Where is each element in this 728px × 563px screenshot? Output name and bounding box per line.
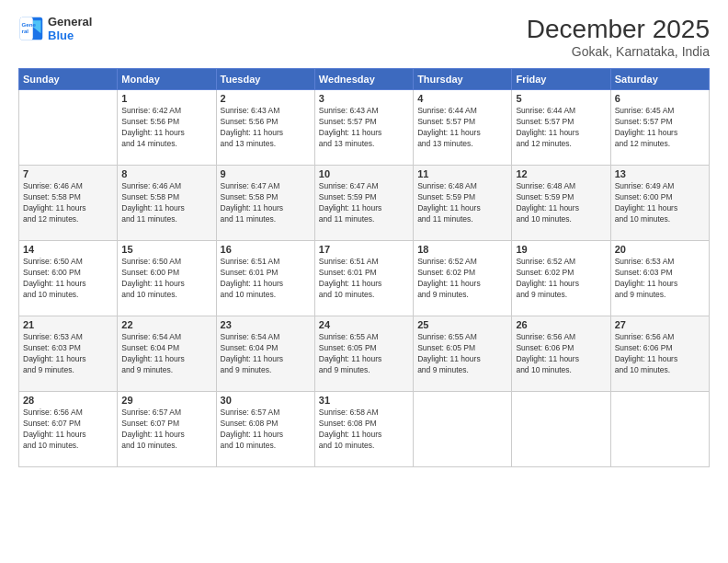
day-number: 10 [319, 168, 409, 179]
col-header-tuesday: Tuesday [216, 69, 314, 90]
day-number: 7 [23, 168, 113, 179]
logo-icon: Gene ral [18, 16, 44, 41]
calendar-cell: 20Sunrise: 6:53 AM Sunset: 6:03 PM Dayli… [610, 241, 709, 316]
svg-text:ral: ral [22, 28, 29, 34]
day-number: 12 [516, 168, 606, 179]
calendar-cell: 18Sunrise: 6:52 AM Sunset: 6:02 PM Dayli… [414, 241, 512, 316]
day-info: Sunrise: 6:48 AM Sunset: 5:59 PM Dayligh… [417, 181, 507, 225]
calendar-cell: 17Sunrise: 6:51 AM Sunset: 6:01 PM Dayli… [314, 241, 413, 316]
calendar-cell: 3Sunrise: 6:43 AM Sunset: 5:57 PM Daylig… [314, 90, 413, 166]
day-info: Sunrise: 6:58 AM Sunset: 6:08 PM Dayligh… [319, 408, 409, 452]
day-info: Sunrise: 6:53 AM Sunset: 6:03 PM Dayligh… [615, 257, 705, 301]
day-info: Sunrise: 6:48 AM Sunset: 5:59 PM Dayligh… [516, 181, 606, 225]
calendar-week-row: 14Sunrise: 6:50 AM Sunset: 6:00 PM Dayli… [19, 241, 710, 316]
day-info: Sunrise: 6:57 AM Sunset: 6:07 PM Dayligh… [121, 408, 211, 452]
day-number: 23 [221, 319, 311, 330]
day-info: Sunrise: 6:51 AM Sunset: 6:01 PM Dayligh… [319, 257, 409, 301]
logo-text: General Blue [48, 15, 92, 42]
calendar-week-row: 28Sunrise: 6:56 AM Sunset: 6:07 PM Dayli… [19, 392, 710, 467]
calendar-cell: 1Sunrise: 6:42 AM Sunset: 5:56 PM Daylig… [118, 90, 216, 166]
day-number: 6 [615, 93, 705, 104]
day-info: Sunrise: 6:55 AM Sunset: 6:05 PM Dayligh… [417, 332, 507, 376]
col-header-friday: Friday [512, 69, 610, 90]
day-number: 5 [516, 93, 606, 104]
day-info: Sunrise: 6:55 AM Sunset: 6:05 PM Dayligh… [319, 332, 409, 376]
day-info: Sunrise: 6:44 AM Sunset: 5:57 PM Dayligh… [417, 106, 507, 150]
calendar-cell: 25Sunrise: 6:55 AM Sunset: 6:05 PM Dayli… [414, 316, 512, 392]
day-info: Sunrise: 6:49 AM Sunset: 6:00 PM Dayligh… [615, 181, 705, 225]
calendar-cell [19, 90, 118, 166]
calendar-cell: 24Sunrise: 6:55 AM Sunset: 6:05 PM Dayli… [314, 316, 413, 392]
calendar-cell: 31Sunrise: 6:58 AM Sunset: 6:08 PM Dayli… [314, 392, 413, 467]
day-number: 21 [23, 319, 113, 330]
day-number: 9 [221, 168, 311, 179]
calendar-cell: 14Sunrise: 6:50 AM Sunset: 6:00 PM Dayli… [19, 241, 118, 316]
day-number: 26 [516, 319, 606, 330]
day-info: Sunrise: 6:53 AM Sunset: 6:03 PM Dayligh… [23, 332, 113, 376]
day-number: 16 [221, 244, 311, 255]
day-info: Sunrise: 6:43 AM Sunset: 5:56 PM Dayligh… [221, 106, 311, 150]
calendar-cell: 23Sunrise: 6:54 AM Sunset: 6:04 PM Dayli… [216, 316, 314, 392]
calendar-cell: 22Sunrise: 6:54 AM Sunset: 6:04 PM Dayli… [118, 316, 216, 392]
day-number: 14 [23, 244, 113, 255]
day-number: 19 [516, 244, 606, 255]
day-info: Sunrise: 6:54 AM Sunset: 6:04 PM Dayligh… [221, 332, 311, 376]
calendar-cell: 12Sunrise: 6:48 AM Sunset: 5:59 PM Dayli… [512, 166, 610, 241]
day-info: Sunrise: 6:44 AM Sunset: 5:57 PM Dayligh… [516, 106, 606, 150]
day-info: Sunrise: 6:43 AM Sunset: 5:57 PM Dayligh… [319, 106, 409, 150]
calendar-week-row: 1Sunrise: 6:42 AM Sunset: 5:56 PM Daylig… [19, 90, 710, 166]
day-number: 1 [121, 93, 211, 104]
calendar-cell: 9Sunrise: 6:47 AM Sunset: 5:58 PM Daylig… [216, 166, 314, 241]
title-block: December 2025 Gokak, Karnataka, India [527, 15, 710, 59]
day-number: 27 [615, 319, 705, 330]
calendar-cell [512, 392, 610, 467]
calendar-cell: 2Sunrise: 6:43 AM Sunset: 5:56 PM Daylig… [216, 90, 314, 166]
day-number: 2 [221, 93, 311, 104]
calendar-cell: 21Sunrise: 6:53 AM Sunset: 6:03 PM Dayli… [19, 316, 118, 392]
calendar-cell: 29Sunrise: 6:57 AM Sunset: 6:07 PM Dayli… [118, 392, 216, 467]
col-header-saturday: Saturday [610, 69, 709, 90]
calendar-cell: 28Sunrise: 6:56 AM Sunset: 6:07 PM Dayli… [19, 392, 118, 467]
day-info: Sunrise: 6:46 AM Sunset: 5:58 PM Dayligh… [23, 181, 113, 225]
calendar-cell: 8Sunrise: 6:46 AM Sunset: 5:58 PM Daylig… [118, 166, 216, 241]
calendar-cell: 7Sunrise: 6:46 AM Sunset: 5:58 PM Daylig… [19, 166, 118, 241]
day-number: 18 [417, 244, 507, 255]
calendar-week-row: 21Sunrise: 6:53 AM Sunset: 6:03 PM Dayli… [19, 316, 710, 392]
day-number: 3 [319, 93, 409, 104]
day-info: Sunrise: 6:45 AM Sunset: 5:57 PM Dayligh… [615, 106, 705, 150]
logo: Gene ral General Blue [18, 15, 92, 42]
calendar-cell: 30Sunrise: 6:57 AM Sunset: 6:08 PM Dayli… [216, 392, 314, 467]
header: Gene ral General Blue December 2025 Goka… [18, 15, 710, 59]
day-number: 24 [319, 319, 409, 330]
day-info: Sunrise: 6:56 AM Sunset: 6:06 PM Dayligh… [615, 332, 705, 376]
calendar-cell: 15Sunrise: 6:50 AM Sunset: 6:00 PM Dayli… [118, 241, 216, 316]
day-info: Sunrise: 6:47 AM Sunset: 5:59 PM Dayligh… [319, 181, 409, 225]
day-info: Sunrise: 6:56 AM Sunset: 6:07 PM Dayligh… [23, 408, 113, 452]
day-info: Sunrise: 6:47 AM Sunset: 5:58 PM Dayligh… [221, 181, 311, 225]
calendar-cell: 13Sunrise: 6:49 AM Sunset: 6:00 PM Dayli… [610, 166, 709, 241]
day-info: Sunrise: 6:51 AM Sunset: 6:01 PM Dayligh… [221, 257, 311, 301]
day-number: 11 [417, 168, 507, 179]
calendar-cell: 19Sunrise: 6:52 AM Sunset: 6:02 PM Dayli… [512, 241, 610, 316]
day-number: 29 [121, 395, 211, 406]
day-number: 31 [319, 395, 409, 406]
calendar-cell: 4Sunrise: 6:44 AM Sunset: 5:57 PM Daylig… [414, 90, 512, 166]
calendar-cell: 10Sunrise: 6:47 AM Sunset: 5:59 PM Dayli… [314, 166, 413, 241]
day-info: Sunrise: 6:50 AM Sunset: 6:00 PM Dayligh… [121, 257, 211, 301]
subtitle: Gokak, Karnataka, India [527, 44, 710, 59]
calendar-header-row: SundayMondayTuesdayWednesdayThursdayFrid… [19, 69, 710, 90]
calendar-cell [414, 392, 512, 467]
day-number: 30 [221, 395, 311, 406]
col-header-monday: Monday [118, 69, 216, 90]
day-number: 17 [319, 244, 409, 255]
day-number: 20 [615, 244, 705, 255]
calendar-cell: 5Sunrise: 6:44 AM Sunset: 5:57 PM Daylig… [512, 90, 610, 166]
calendar-cell: 16Sunrise: 6:51 AM Sunset: 6:01 PM Dayli… [216, 241, 314, 316]
day-number: 8 [121, 168, 211, 179]
day-number: 28 [23, 395, 113, 406]
calendar-table: SundayMondayTuesdayWednesdayThursdayFrid… [18, 68, 710, 467]
day-info: Sunrise: 6:52 AM Sunset: 6:02 PM Dayligh… [417, 257, 507, 301]
day-info: Sunrise: 6:52 AM Sunset: 6:02 PM Dayligh… [516, 257, 606, 301]
col-header-sunday: Sunday [19, 69, 118, 90]
calendar-cell: 6Sunrise: 6:45 AM Sunset: 5:57 PM Daylig… [610, 90, 709, 166]
